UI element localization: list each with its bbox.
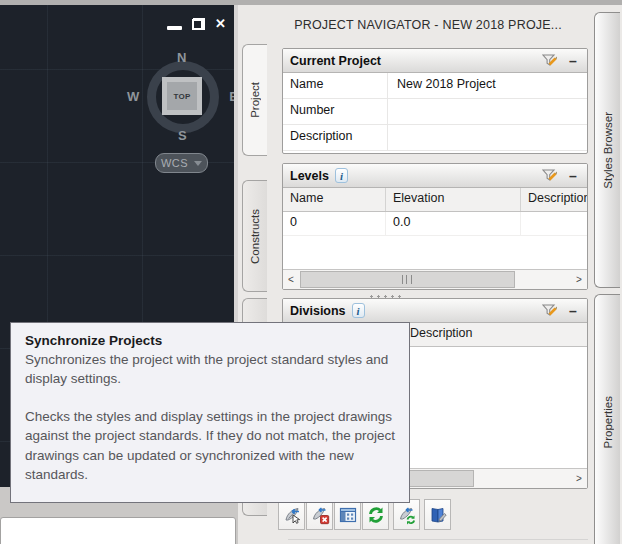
synchronize-projects-button[interactable]: [393, 499, 420, 530]
collapse-icon[interactable]: –: [566, 169, 580, 183]
ucs-dropdown[interactable]: WCS: [155, 153, 208, 173]
minimize-icon[interactable]: [167, 26, 182, 30]
grip-icon: [402, 275, 412, 284]
field-label: Name: [283, 73, 388, 98]
repath-project-button[interactable]: [424, 499, 451, 530]
touch-project-button[interactable]: [278, 499, 305, 530]
collapse-icon[interactable]: –: [566, 304, 580, 318]
refresh-project-button[interactable]: [362, 499, 389, 530]
repath-project-icon: [428, 505, 448, 525]
column-header[interactable]: Elevation: [386, 188, 521, 211]
field-label: Number: [283, 99, 388, 124]
close-project-icon: [310, 505, 330, 525]
synchronize-projects-icon: [397, 505, 417, 525]
tab-project[interactable]: Project: [242, 44, 267, 156]
tab-properties[interactable]: Properties: [594, 294, 620, 544]
field-value: New 2018 Project: [388, 73, 587, 98]
panel-title: Current Project: [290, 54, 381, 68]
tooltip-title: Synchronize Projects: [25, 333, 395, 348]
chevron-down-icon: [194, 161, 202, 166]
palette-title: PROJECT NAVIGATOR - NEW 2018 PROJE...: [266, 13, 590, 37]
palette-divider: [288, 539, 588, 540]
touch-project-icon: [282, 505, 302, 525]
field-value: [388, 125, 587, 150]
tooltip-body-2: Checks the styles and display settings i…: [25, 407, 395, 484]
level-row[interactable]: 0 0.0: [283, 212, 587, 236]
levels-header: Levels i –: [283, 164, 587, 188]
tab-styles-browser[interactable]: Styles Browser: [594, 12, 620, 288]
current-project-header: Current Project –: [283, 49, 587, 73]
column-header[interactable]: Description: [403, 323, 587, 346]
project-name-row[interactable]: Name New 2018 Project: [283, 73, 587, 99]
project-details-button[interactable]: [334, 499, 361, 530]
levels-panel: Levels i – Name Elevation Description: [282, 163, 588, 290]
view-compass[interactable]: N S W E TOP: [145, 59, 221, 135]
info-icon[interactable]: i: [352, 303, 365, 318]
scrollbar-thumb[interactable]: [300, 271, 515, 288]
compass-south[interactable]: S: [178, 128, 187, 143]
refresh-project-icon: [366, 505, 386, 525]
filter-edit-icon[interactable]: [540, 167, 560, 184]
tab-constructs[interactable]: Constructs: [242, 180, 267, 292]
viewport-window-controls: ✕: [167, 18, 226, 30]
project-description-row[interactable]: Description: [283, 125, 587, 151]
project-details-icon: [338, 505, 358, 525]
project-toolbar: [278, 499, 451, 530]
close-icon[interactable]: ✕: [215, 18, 226, 30]
scrollbar-track[interactable]: [299, 270, 571, 289]
viewcube-top-face[interactable]: TOP: [162, 77, 202, 115]
panel-title: Divisions: [290, 304, 346, 318]
project-number-row[interactable]: Number: [283, 99, 587, 125]
compass-east[interactable]: E: [229, 89, 234, 104]
field-value: [388, 99, 587, 124]
panel-title: Levels: [290, 169, 329, 183]
current-project-panel: Current Project – Name New 2018 Project …: [282, 48, 588, 154]
restore-icon[interactable]: [192, 18, 205, 30]
tooltip-body-1: Synchronizes the project with the projec…: [25, 350, 395, 388]
command-line-input[interactable]: [0, 517, 236, 544]
compass-west[interactable]: W: [127, 89, 139, 104]
scroll-left-icon[interactable]: <: [283, 270, 299, 289]
levels-horizontal-scrollbar[interactable]: < >: [283, 269, 587, 289]
ucs-label: WCS: [161, 157, 188, 169]
synchronize-projects-tooltip: Synchronize Projects Synchronizes the pr…: [10, 322, 410, 503]
level-name: 0: [283, 212, 386, 235]
collapse-icon[interactable]: –: [566, 54, 580, 68]
info-icon[interactable]: i: [335, 168, 348, 183]
app-screen: ✕ N S W E TOP WCS PROJECT NAVIGATOR - NE…: [0, 0, 622, 544]
level-description: [521, 212, 587, 235]
field-label: Description: [283, 125, 388, 150]
filter-edit-icon[interactable]: [540, 52, 560, 69]
close-project-button[interactable]: [306, 499, 333, 530]
scroll-right-icon[interactable]: >: [571, 270, 587, 289]
divisions-header: Divisions i –: [283, 299, 587, 323]
compass-north[interactable]: N: [177, 50, 186, 65]
column-header[interactable]: Description: [521, 188, 587, 211]
column-header[interactable]: Name: [283, 188, 386, 211]
levels-table-header[interactable]: Name Elevation Description: [283, 188, 587, 212]
filter-edit-icon[interactable]: [540, 302, 560, 319]
level-elevation: 0.0: [386, 212, 521, 235]
scroll-right-icon[interactable]: >: [571, 469, 587, 488]
